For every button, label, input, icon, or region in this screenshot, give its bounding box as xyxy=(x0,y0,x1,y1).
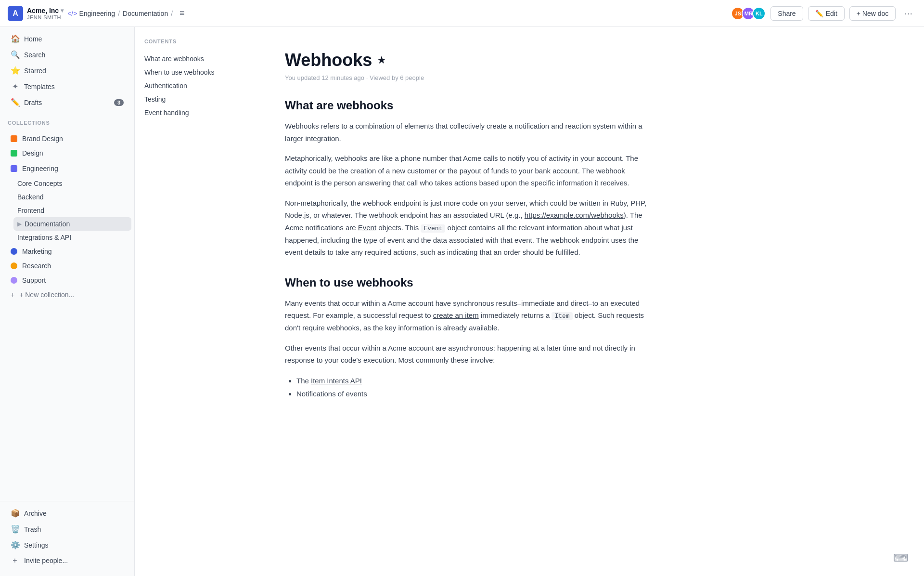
hamburger-button[interactable]: ≡ xyxy=(176,6,189,20)
toc-item-testing[interactable]: Testing xyxy=(140,92,240,106)
breadcrumb-documentation[interactable]: Documentation xyxy=(123,10,168,17)
bullet-item-2: Notifications of events xyxy=(296,387,649,400)
sidebar-item-research[interactable]: Research xyxy=(3,259,131,273)
sidebar-item-frontend[interactable]: Frontend xyxy=(13,204,131,217)
topbar: A Acme, Inc ▾ JENN SMITH </> Engineering… xyxy=(0,0,924,27)
doc-title: Webhooks xyxy=(285,50,372,70)
breadcrumb-sep1: / xyxy=(118,10,120,17)
toc-panel: CONTENTS What are webhooks When to use w… xyxy=(135,27,250,576)
workspace-avatar: A xyxy=(8,6,23,21)
brand-design-dot xyxy=(11,135,17,142)
toc-item-event-handling[interactable]: Event handling xyxy=(140,106,240,119)
drafts-icon: ✏️ xyxy=(11,98,19,107)
plus-icon: + xyxy=(11,291,14,299)
item-intents-api-link[interactable]: Item Intents API xyxy=(311,377,362,385)
drafts-badge: 3 xyxy=(114,99,124,106)
doc-para-1: Webhooks refers to a combination of elem… xyxy=(285,120,649,144)
home-icon: 🏠 xyxy=(11,34,19,43)
sidebar-item-archive[interactable]: 📦 Archive xyxy=(3,505,131,521)
sidebar-item-integrations-api[interactable]: Integrations & API xyxy=(13,231,131,244)
sidebar-item-documentation[interactable]: ▶ Documentation xyxy=(13,217,131,231)
sidebar-item-support[interactable]: Support xyxy=(3,273,131,288)
toc-item-authentication[interactable]: Authentication xyxy=(140,79,240,92)
sidebar-bottom: 📦 Archive 🗑️ Trash ⚙️ Settings + Invite … xyxy=(0,501,134,568)
code-icon: </> xyxy=(67,10,77,17)
breadcrumb-sep2: / xyxy=(171,10,173,17)
sidebar-item-engineering[interactable]: Engineering ⊟ ··· xyxy=(3,160,131,177)
design-dot xyxy=(11,150,17,157)
new-collection-button[interactable]: + + New collection... xyxy=(3,288,131,302)
engineering-subitems: Core Concepts Backend Frontend ▶ Documen… xyxy=(13,177,134,244)
sidebar-item-starred[interactable]: ⭐ Starred xyxy=(3,63,131,79)
sidebar-item-brand-design[interactable]: Brand Design xyxy=(3,131,131,146)
sidebar-item-design[interactable]: Design xyxy=(3,146,131,160)
item-code: Item xyxy=(552,312,572,320)
toc-item-what[interactable]: What are webhooks xyxy=(140,52,240,65)
doc-title-row: Webhooks ★ xyxy=(285,50,649,70)
bullet-item-1: The Item Intents API xyxy=(296,374,649,387)
workspace-info: Acme, Inc ▾ JENN SMITH xyxy=(27,7,64,20)
doc-para-2: Metaphorically, webhooks are like a phon… xyxy=(285,152,649,189)
trash-icon: 🗑️ xyxy=(11,524,19,534)
doc-para-3: Non-metaphorically, the webhook endpoint… xyxy=(285,197,649,259)
event-link[interactable]: Event xyxy=(358,223,376,232)
main-layout: 🏠 Home 🔍 Search ⭐ Starred ✦ Templates ✏️… xyxy=(0,27,924,576)
search-icon: 🔍 xyxy=(11,50,19,59)
sidebar-item-templates[interactable]: ✦ Templates xyxy=(3,79,131,94)
templates-icon: ✦ xyxy=(11,82,19,91)
workspace-user: JENN SMITH xyxy=(27,14,64,20)
avatar-3: KL xyxy=(752,7,766,20)
toc-item-when[interactable]: When to use webhooks xyxy=(140,65,240,79)
collaborator-avatars: JS MR KL xyxy=(731,7,766,20)
create-item-link[interactable]: create an item xyxy=(433,311,479,319)
topbar-left: A Acme, Inc ▾ JENN SMITH xyxy=(8,6,64,21)
marketing-dot xyxy=(11,248,17,255)
edit-icon: ✏️ xyxy=(815,10,823,17)
more-options-button[interactable]: ··· xyxy=(900,6,916,21)
new-doc-button[interactable]: + New doc xyxy=(849,6,896,21)
star-icon: ⭐ xyxy=(11,66,19,75)
expand-arrow-icon: ▶ xyxy=(17,221,22,227)
doc-main: Webhooks ★ You updated 12 minutes ago · … xyxy=(250,27,683,576)
section-when-title: When to use webhooks xyxy=(285,276,649,289)
sidebar-item-home[interactable]: 🏠 Home xyxy=(3,31,131,47)
collections-section: Brand Design Design Engineering ⊟ ··· Co… xyxy=(0,128,134,306)
sidebar-item-invite[interactable]: + Invite people... xyxy=(3,553,131,568)
content-area: CONTENTS What are webhooks When to use w… xyxy=(135,27,924,576)
share-button[interactable]: Share xyxy=(770,6,803,21)
topbar-right: JS MR KL Share ✏️ Edit + New doc ··· xyxy=(731,6,916,21)
invite-icon: + xyxy=(11,556,19,565)
breadcrumb-engineering[interactable]: </> Engineering xyxy=(67,10,115,17)
breadcrumb: </> Engineering / Documentation / ≡ xyxy=(67,6,188,20)
doc-para-5: Other events that occur within a Acme ac… xyxy=(285,342,649,367)
sidebar-item-search[interactable]: 🔍 Search xyxy=(3,47,131,63)
collections-header: COLLECTIONS xyxy=(0,114,134,128)
favorite-star-icon[interactable]: ★ xyxy=(377,54,386,66)
engineering-dot xyxy=(11,165,17,172)
sidebar-item-backend[interactable]: Backend xyxy=(13,190,131,204)
chevron-down-icon: ▾ xyxy=(61,7,64,14)
sidebar-item-trash[interactable]: 🗑️ Trash xyxy=(3,521,131,537)
sidebar-item-marketing[interactable]: Marketing xyxy=(3,244,131,259)
sidebar-nav-section: 🏠 Home 🔍 Search ⭐ Starred ✦ Templates ✏️… xyxy=(0,27,134,114)
research-dot xyxy=(11,262,17,269)
sidebar-item-core-concepts[interactable]: Core Concepts xyxy=(13,177,131,190)
support-dot xyxy=(11,277,17,284)
edit-button[interactable]: ✏️ Edit xyxy=(808,6,845,21)
webhooks-url-link[interactable]: https://example.com/webhooks xyxy=(525,211,624,219)
archive-icon: 📦 xyxy=(11,509,19,518)
toc-title: CONTENTS xyxy=(144,39,240,44)
workspace-name[interactable]: Acme, Inc ▾ xyxy=(27,7,64,14)
sidebar-item-drafts[interactable]: ✏️ Drafts 3 xyxy=(3,94,131,110)
sidebar-item-settings[interactable]: ⚙️ Settings xyxy=(3,537,131,553)
doc-para-4: Many events that occur within a Acme acc… xyxy=(285,297,649,334)
engineering-more-button[interactable]: ··· xyxy=(114,164,124,173)
engineering-sort-button[interactable]: ⊟ xyxy=(103,164,112,173)
section-what-title: What are webhooks xyxy=(285,99,649,112)
sidebar: 🏠 Home 🔍 Search ⭐ Starred ✦ Templates ✏️… xyxy=(0,27,135,576)
keyboard-icon: ⌨ xyxy=(893,552,909,564)
doc-bullet-list: The Item Intents API Notifications of ev… xyxy=(285,374,649,400)
doc-meta: You updated 12 minutes ago · Viewed by 6… xyxy=(285,74,649,81)
settings-icon: ⚙️ xyxy=(11,540,19,550)
event-code: Event xyxy=(421,224,445,233)
